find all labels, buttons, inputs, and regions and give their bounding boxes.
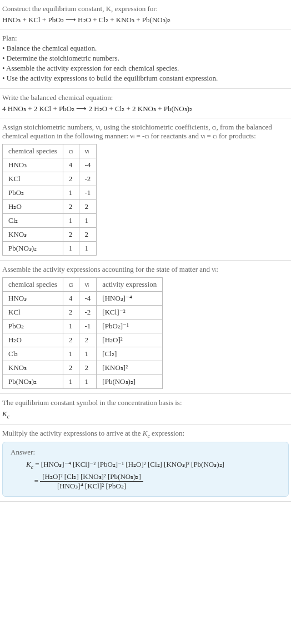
cell-activity: [KCl]⁻² (97, 306, 163, 319)
table-row: PbO₂1-1[PbO₂]⁻¹ (3, 319, 163, 333)
cell-species: H₂O (3, 200, 63, 214)
cell-activity: [H₂O]² (97, 333, 163, 347)
table-row: KNO₃22[KNO₃]² (3, 361, 163, 375)
cell-activity: [Cl₂] (97, 347, 163, 361)
plan-section: Plan: • Balance the chemical equation. •… (0, 29, 291, 89)
table-row: KCl2-2 (3, 172, 97, 186)
cell-c: 1 (63, 186, 79, 200)
cell-v: 1 (79, 375, 97, 389)
cell-v: 1 (79, 242, 97, 256)
cell-v: -2 (79, 306, 97, 319)
plan-title: Plan: (2, 34, 289, 43)
cell-species: Pb(NO₃)₂ (3, 242, 63, 256)
col-v: νᵢ (79, 144, 97, 158)
cell-v: 2 (79, 200, 97, 214)
table-header-row: chemical species cᵢ νᵢ (3, 144, 97, 158)
table-row: HNO₃4-4[HNO₃]⁻⁴ (3, 292, 163, 306)
stoich-table: chemical species cᵢ νᵢ HNO₃4-4 KCl2-2 Pb… (2, 144, 97, 256)
cell-species: KNO₃ (3, 361, 63, 375)
table-row: Cl₂11[Cl₂] (3, 347, 163, 361)
cell-c: 1 (63, 214, 79, 228)
equals-sign: = (26, 477, 38, 486)
table-header-row: chemical species cᵢ νᵢ activity expressi… (3, 278, 163, 292)
multiply-prompt: Mulitply the activity expressions to arr… (2, 429, 289, 439)
cell-c: 1 (63, 347, 79, 361)
plan-item: • Use the activity expressions to build … (2, 74, 289, 83)
table-row: H₂O22[H₂O]² (3, 333, 163, 347)
col-activity: activity expression (97, 278, 163, 292)
cell-species: Cl₂ (3, 347, 63, 361)
cell-c: 2 (63, 333, 79, 347)
cell-activity: [KNO₃]² (97, 361, 163, 375)
balanced-equation: 4 HNO₃ + 2 KCl + PbO₂ ⟶ 2 H₂O + Cl₂ + 2 … (2, 104, 289, 113)
activity-section: Assemble the activity expressions accoun… (0, 261, 291, 394)
cell-v: -1 (79, 186, 97, 200)
cell-species: Cl₂ (3, 214, 63, 228)
cell-v: -1 (79, 319, 97, 333)
table-row: Cl₂11 (3, 214, 97, 228)
answer-line2: = [H₂O]² [Cl₂] [KNO₃]² [Pb(NO₃)₂] [HNO₃]… (26, 472, 280, 491)
answer-label: Answer: (11, 448, 280, 457)
header-reaction: HNO₃ + KCl + PbO₂ ⟶ H₂O + Cl₂ + KNO₃ + P… (2, 16, 289, 24)
cell-v: 2 (79, 333, 97, 347)
table-row: H₂O22 (3, 200, 97, 214)
cell-v: 1 (79, 347, 97, 361)
table-row: PbO₂1-1 (3, 186, 97, 200)
table-row: HNO₃4-4 (3, 158, 97, 172)
plan-item: • Assemble the activity expression for e… (2, 64, 289, 73)
header-section: Construct the equilibrium constant, K, e… (0, 0, 291, 29)
answer-expression: Kc = K_c = [HNO₃]⁻⁴ [KCl]⁻² [PbO₂]⁻¹ [H₂… (26, 460, 280, 491)
symbol-value: Kc (2, 410, 289, 420)
plan-item: • Balance the chemical equation. (2, 44, 289, 53)
table-row: KCl2-2[KCl]⁻² (3, 306, 163, 319)
cell-species: KCl (3, 172, 63, 186)
cell-species: HNO₃ (3, 292, 63, 306)
col-species: chemical species (3, 278, 63, 292)
cell-species: PbO₂ (3, 319, 63, 333)
cell-activity: [Pb(NO₃)₂] (97, 375, 163, 389)
col-v: νᵢ (79, 278, 97, 292)
answer-denominator: [HNO₃]⁴ [KCl]² [PbO₂] (40, 482, 143, 491)
cell-v: 2 (79, 228, 97, 242)
plan-item: • Determine the stoichiometric numbers. (2, 54, 289, 63)
symbol-section: The equilibrium constant symbol in the c… (0, 394, 291, 425)
header-prompt-text: Construct the equilibrium constant, K, e… (2, 4, 158, 13)
multiply-section: Mulitply the activity expressions to arr… (0, 425, 291, 502)
cell-c: 1 (63, 319, 79, 333)
cell-c: 2 (63, 306, 79, 319)
col-c: cᵢ (63, 278, 79, 292)
table-row: KNO₃22 (3, 228, 97, 242)
cell-v: -4 (79, 158, 97, 172)
balanced-section: Write the balanced chemical equation: 4 … (0, 89, 291, 118)
answer-line1: Kc = K_c = [HNO₃]⁻⁴ [KCl]⁻² [PbO₂]⁻¹ [H₂… (26, 460, 280, 470)
answer-fraction: [H₂O]² [Cl₂] [KNO₃]² [Pb(NO₃)₂] [HNO₃]⁴ … (40, 472, 143, 491)
cell-species: KNO₃ (3, 228, 63, 242)
cell-c: 4 (63, 292, 79, 306)
cell-c: 2 (63, 361, 79, 375)
activity-table: chemical species cᵢ νᵢ activity expressi… (2, 277, 163, 389)
cell-v: 2 (79, 361, 97, 375)
activity-prompt: Assemble the activity expressions accoun… (2, 265, 289, 274)
cell-v: 1 (79, 214, 97, 228)
col-species: chemical species (3, 144, 63, 158)
table-row: Pb(NO₃)₂11 (3, 242, 97, 256)
cell-activity: [PbO₂]⁻¹ (97, 319, 163, 333)
header-prompt: Construct the equilibrium constant, K, e… (2, 4, 289, 13)
cell-c: 2 (63, 200, 79, 214)
symbol-prompt: The equilibrium constant symbol in the c… (2, 398, 289, 407)
cell-c: 2 (63, 172, 79, 186)
balanced-prompt: Write the balanced chemical equation: (2, 93, 289, 102)
cell-c: 2 (63, 228, 79, 242)
cell-species: HNO₃ (3, 158, 63, 172)
col-c: cᵢ (63, 144, 79, 158)
cell-v: -2 (79, 172, 97, 186)
cell-species: Pb(NO₃)₂ (3, 375, 63, 389)
table-row: Pb(NO₃)₂11[Pb(NO₃)₂] (3, 375, 163, 389)
cell-species: KCl (3, 306, 63, 319)
cell-c: 1 (63, 375, 79, 389)
cell-v: -4 (79, 292, 97, 306)
answer-box: Answer: Kc = K_c = [HNO₃]⁻⁴ [KCl]⁻² [PbO… (2, 442, 289, 497)
cell-c: 1 (63, 242, 79, 256)
cell-species: PbO₂ (3, 186, 63, 200)
cell-species: H₂O (3, 333, 63, 347)
